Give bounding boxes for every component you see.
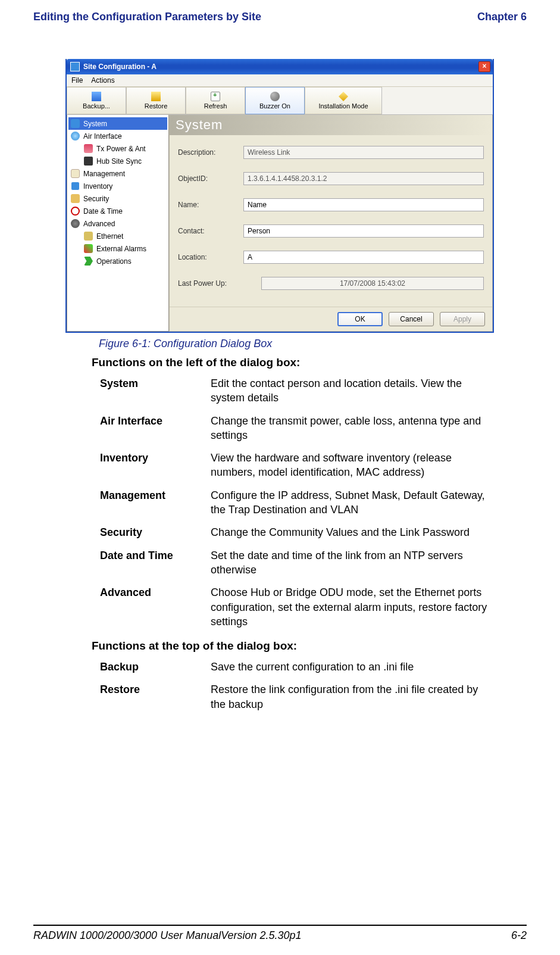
objectid-value: 1.3.6.1.4.1.4458.20.3.1.2	[243, 172, 484, 185]
function-desc: Configure the IP address, Subnet Mask, D…	[211, 488, 489, 517]
eth-icon	[84, 232, 93, 241]
function-row: RestoreRestore the link configuration fr…	[100, 682, 489, 720]
buzzer-button[interactable]: Buzzer On	[245, 87, 305, 114]
tree-tx-power[interactable]: Tx Power & Ant	[68, 142, 167, 155]
tree-date-time[interactable]: Date & Time	[68, 205, 167, 217]
buzzer-icon	[270, 92, 280, 101]
cancel-button[interactable]: Cancel	[389, 312, 434, 326]
tree-tx-label: Tx Power & Ant	[96, 145, 146, 153]
objectid-label: ObjectID:	[178, 174, 243, 183]
close-icon[interactable]: ×	[478, 61, 490, 72]
ok-button[interactable]: OK	[337, 312, 383, 326]
function-key: Air Interface	[100, 414, 211, 443]
menu-actions[interactable]: Actions	[91, 76, 114, 85]
nav-tree: System Air Interface Tx Power & Ant Hub …	[67, 115, 169, 332]
alarm-icon	[84, 244, 93, 253]
function-desc: Restore the link configuration from the …	[211, 682, 489, 711]
tree-management[interactable]: Management	[68, 167, 167, 180]
function-row: ManagementConfigure the IP address, Subn…	[100, 488, 489, 526]
left-functions-table: SystemEdit the contact person and locati…	[65, 376, 524, 637]
tree-system[interactable]: System	[68, 117, 167, 130]
tree-eth-label: Ethernet	[96, 232, 123, 241]
menubar: File Actions	[67, 74, 493, 87]
mgmt-icon	[71, 169, 80, 178]
buzzer-label: Buzzer On	[259, 102, 290, 110]
install-icon	[339, 92, 348, 101]
adv-icon	[71, 219, 80, 228]
tree-sec-label: Security	[83, 195, 109, 203]
header-left: Editing the Configuration Parameters by …	[33, 11, 261, 23]
tree-external-alarms[interactable]: External Alarms	[68, 242, 167, 255]
toolbar: Backup... Restore Refresh Buzzer On Inst…	[67, 87, 493, 115]
restore-button[interactable]: Restore	[126, 87, 186, 114]
footer-right: 6-2	[511, 929, 527, 942]
backup-label: Backup...	[83, 102, 110, 110]
function-row: AdvancedChoose Hub or Bridge ODU mode, s…	[100, 585, 489, 637]
lastpowerup-label: Last Power Up:	[178, 279, 243, 288]
header-right: Chapter 6	[477, 11, 527, 23]
tree-hub-site-sync[interactable]: Hub Site Sync	[68, 155, 167, 167]
window-icon	[70, 62, 80, 71]
name-input[interactable]	[243, 198, 484, 211]
tree-ops-label: Operations	[96, 257, 132, 266]
function-key: Advanced	[100, 585, 211, 629]
function-desc: Edit the contact person and location det…	[211, 376, 489, 405]
tree-hub-label: Hub Site Sync	[96, 157, 142, 166]
location-input[interactable]	[243, 251, 484, 264]
system-icon	[71, 119, 80, 128]
inv-icon	[71, 182, 80, 191]
subhead-left-functions: Functions on the left of the dialog box:	[65, 354, 524, 376]
top-functions-table: BackupSave the current configuration to …	[65, 660, 524, 720]
content-pane: System Description:Wireless Link ObjectI…	[169, 115, 493, 332]
name-label: Name:	[178, 201, 243, 209]
function-row: InventoryView the hardware and software …	[100, 451, 489, 488]
function-row: SecurityChange the Community Values and …	[100, 525, 489, 548]
tx-icon	[84, 144, 93, 153]
function-desc: Set the date and time of the link from a…	[211, 548, 489, 578]
contact-input[interactable]	[243, 224, 484, 238]
desc-value: Wireless Link	[243, 146, 484, 159]
function-key: Restore	[100, 682, 211, 711]
config-window: Site Configuration - A × File Actions Ba…	[65, 59, 494, 333]
function-key: System	[100, 376, 211, 405]
air-icon	[71, 132, 80, 141]
function-desc: Change the transmit power, cable loss, a…	[211, 414, 489, 443]
figure-caption: Figure 6-1: Configuration Dialog Box	[65, 333, 524, 354]
footer-left: RADWIN 1000/2000/3000 User ManualVersion…	[33, 929, 302, 942]
contact-label: Contact:	[178, 227, 243, 235]
tree-dt-label: Date & Time	[83, 207, 123, 216]
tree-system-label: System	[83, 120, 107, 128]
function-key: Management	[100, 488, 211, 517]
function-desc: Save the current configuration to an .in…	[211, 660, 489, 674]
titlebar: Site Configuration - A ×	[67, 59, 493, 74]
function-row: SystemEdit the contact person and locati…	[100, 376, 489, 414]
refresh-button[interactable]: Refresh	[186, 87, 245, 114]
menu-file[interactable]: File	[71, 76, 83, 85]
hub-icon	[84, 157, 93, 166]
tree-operations[interactable]: Operations	[68, 255, 167, 267]
install-label: Installation Mode	[318, 102, 368, 110]
save-icon	[92, 92, 101, 101]
refresh-icon	[211, 92, 220, 101]
tree-inv-label: Inventory	[83, 182, 112, 191]
install-mode-button[interactable]: Installation Mode	[305, 87, 382, 114]
tree-advanced[interactable]: Advanced	[68, 217, 167, 230]
function-desc: Choose Hub or Bridge ODU mode, set the E…	[211, 585, 489, 629]
function-row: Date and TimeSet the date and time of th…	[100, 548, 489, 586]
tree-inventory[interactable]: Inventory	[68, 180, 167, 192]
tree-ethernet[interactable]: Ethernet	[68, 230, 167, 242]
tree-adv-label: Advanced	[83, 220, 115, 228]
function-row: BackupSave the current configuration to …	[100, 660, 489, 682]
pane-title: System	[170, 115, 492, 135]
tree-security[interactable]: Security	[68, 192, 167, 205]
function-row: Air InterfaceChange the transmit power, …	[100, 414, 489, 451]
location-label: Location:	[178, 253, 243, 261]
desc-label: Description:	[178, 148, 243, 157]
tree-air-interface[interactable]: Air Interface	[68, 130, 167, 142]
tree-alm-label: External Alarms	[96, 245, 146, 253]
clock-icon	[71, 207, 80, 216]
window-title: Site Configuration - A	[83, 63, 157, 71]
function-key: Backup	[100, 660, 211, 674]
backup-button[interactable]: Backup...	[67, 87, 126, 114]
apply-button[interactable]: Apply	[440, 312, 485, 326]
